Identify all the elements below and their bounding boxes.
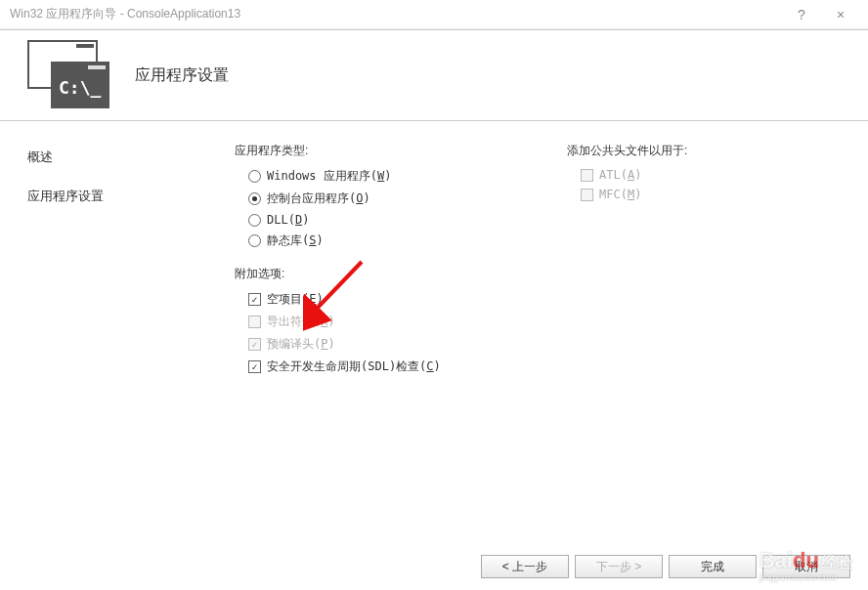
option-label: ATL(A) xyxy=(599,168,641,182)
option-label: 静态库(S) xyxy=(267,232,324,249)
window-title: Win32 应用程序向导 - ConsoleApplication13 xyxy=(10,6,782,22)
checkbox-mfc: MFC(M) xyxy=(567,185,687,204)
app-type-label: 应用程序类型: xyxy=(235,143,557,159)
left-column: 应用程序类型: Windows 应用程序(W) 控制台应用程序(O) DLL(D… xyxy=(235,143,557,541)
radio-icon xyxy=(248,214,261,227)
prev-button[interactable]: < 上一步 xyxy=(481,555,569,578)
next-button: 下一步 > xyxy=(575,555,663,578)
console-icon: C:\_ xyxy=(27,40,113,110)
sidebar: 概述 应用程序设置 xyxy=(0,121,205,541)
close-button[interactable]: × xyxy=(821,3,860,26)
footer-buttons: < 上一步 下一步 > 完成 取消 xyxy=(481,555,850,578)
console-text: C:\_ xyxy=(59,77,101,98)
option-label: 导出符号(X) xyxy=(267,314,335,330)
radio-icon xyxy=(248,234,261,247)
option-label: 控制台应用程序(O) xyxy=(267,190,370,207)
radio-static-lib[interactable]: 静态库(S) xyxy=(235,230,557,252)
checkbox-icon xyxy=(248,316,261,328)
radio-icon xyxy=(248,170,261,183)
option-label: 安全开发生命周期(SDL)检查(C) xyxy=(267,358,441,375)
cancel-button[interactable]: 取消 xyxy=(762,555,850,578)
content-area: 概述 应用程序设置 应用程序类型: Windows 应用程序(W) 控制台应用程… xyxy=(0,121,868,541)
option-label: MFC(M) xyxy=(599,188,641,201)
help-button[interactable]: ? xyxy=(782,3,821,26)
right-column: 添加公共头文件以用于: ATL(A) MFC(M) xyxy=(557,143,687,541)
headers-label: 添加公共头文件以用于: xyxy=(567,143,687,159)
sidebar-item-settings[interactable]: 应用程序设置 xyxy=(27,184,205,209)
checkbox-precompiled-header: 预编译头(P) xyxy=(235,333,557,356)
radio-dll[interactable]: DLL(D) xyxy=(235,210,557,230)
page-title: 应用程序设置 xyxy=(135,65,229,86)
titlebar: Win32 应用程序向导 - ConsoleApplication13 ? × xyxy=(0,0,868,29)
banner: C:\_ 应用程序设置 xyxy=(0,29,868,121)
checkbox-atl: ATL(A) xyxy=(567,165,687,185)
additional-label: 附加选项: xyxy=(235,266,557,282)
option-label: 空项目(E) xyxy=(267,291,324,308)
checkbox-icon xyxy=(248,293,261,306)
checkbox-sdl-check[interactable]: 安全开发生命周期(SDL)检查(C) xyxy=(235,356,557,378)
checkbox-export-symbols: 导出符号(X) xyxy=(235,311,557,333)
finish-button[interactable]: 完成 xyxy=(669,555,757,578)
radio-console-app[interactable]: 控制台应用程序(O) xyxy=(235,188,557,210)
checkbox-empty-project[interactable]: 空项目(E) xyxy=(235,288,557,311)
main-panel: 应用程序类型: Windows 应用程序(W) 控制台应用程序(O) DLL(D… xyxy=(205,121,868,541)
option-label: Windows 应用程序(W) xyxy=(267,168,392,185)
radio-icon xyxy=(248,192,261,205)
checkbox-icon xyxy=(248,338,261,351)
option-label: DLL(D) xyxy=(267,213,309,227)
option-label: 预编译头(P) xyxy=(267,336,335,353)
checkbox-icon xyxy=(581,189,593,201)
checkbox-icon xyxy=(581,169,593,182)
sidebar-item-overview[interactable]: 概述 xyxy=(27,145,205,170)
checkbox-icon xyxy=(248,360,261,373)
radio-windows-app[interactable]: Windows 应用程序(W) xyxy=(235,165,557,188)
